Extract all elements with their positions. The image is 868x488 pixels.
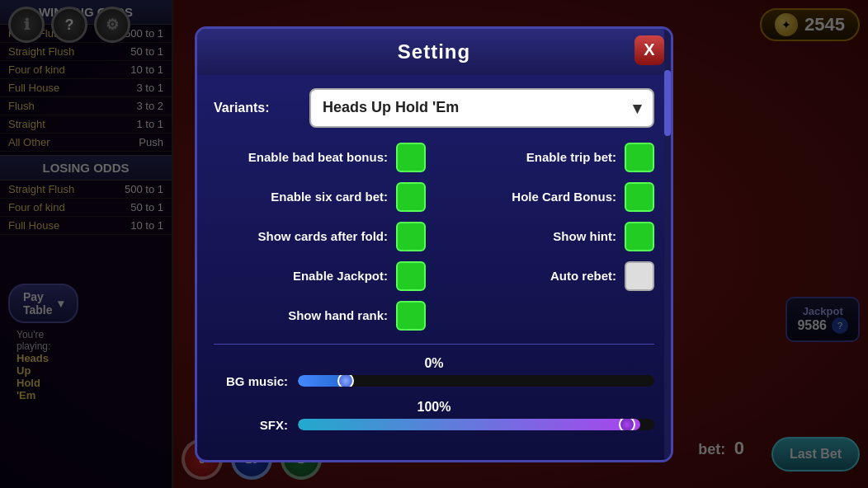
toggle-jackpot[interactable] <box>396 261 426 291</box>
settings-grid: Enable bad beat bonus: Enable trip bet: … <box>214 143 654 331</box>
setting-auto-rebet: Auto rebet: <box>442 261 654 291</box>
sfx-slider[interactable] <box>298 419 654 430</box>
sfx-control: SFX: <box>214 418 654 432</box>
sfx-fill <box>298 419 640 430</box>
setting-label: Enable trip bet: <box>526 150 616 164</box>
sfx-pct: 100% <box>214 400 654 415</box>
modal-body: Variants: Heads Up Hold 'Em ▾ Enable bad… <box>197 75 671 460</box>
chevron-down-icon: ▾ <box>633 98 641 118</box>
variant-row: Variants: Heads Up Hold 'Em ▾ <box>214 88 654 128</box>
modal-title: Setting <box>398 40 470 63</box>
setting-show-hint: Show hint: <box>442 222 654 251</box>
setting-label: Enable Jackpot: <box>293 269 388 283</box>
toggle-auto-rebet[interactable] <box>625 261 654 291</box>
bg-music-label: BG music: <box>214 374 288 388</box>
bg-music-thumb[interactable] <box>337 375 354 387</box>
modal-divider <box>214 344 654 345</box>
setting-label: Show hand rank: <box>288 308 388 322</box>
bg-music-row: 0% BG music: <box>214 356 654 388</box>
modal-header: Setting <box>197 29 671 75</box>
modal-scrollbar[interactable] <box>664 29 671 460</box>
modal-close-button[interactable]: X <box>634 35 664 65</box>
setting-label: Show hint: <box>553 229 616 243</box>
setting-label: Hole Card Bonus: <box>512 190 616 204</box>
variant-value: Heads Up Hold 'Em <box>323 99 459 116</box>
toggle-six-card[interactable] <box>396 182 426 212</box>
setting-hand-rank: Show hand rank: <box>214 301 426 331</box>
setting-label: Auto rebet: <box>550 269 616 283</box>
setting-trip-bet: Enable trip bet: <box>442 143 654 172</box>
toggle-hole-card[interactable] <box>625 182 654 212</box>
sfx-thumb[interactable] <box>619 419 635 430</box>
setting-six-card: Enable six card bet: <box>214 182 426 212</box>
toggle-trip-bet[interactable] <box>625 143 654 172</box>
setting-label: Enable bad beat bonus: <box>248 150 388 164</box>
audio-section: 0% BG music: 100% SFX: <box>214 353 654 447</box>
toggle-show-cards[interactable] <box>396 222 426 251</box>
toggle-show-hint[interactable] <box>625 222 654 251</box>
bg-music-control: BG music: <box>214 374 654 388</box>
settings-modal: Setting X Variants: Heads Up Hold 'Em ▾ … <box>195 26 673 462</box>
setting-hole-card: Hole Card Bonus: <box>442 182 654 212</box>
toggle-hand-rank[interactable] <box>396 301 426 331</box>
setting-jackpot: Enable Jackpot: <box>214 261 426 291</box>
bg-music-slider[interactable] <box>298 375 654 387</box>
toggle-bad-beat[interactable] <box>396 143 426 172</box>
sfx-label: SFX: <box>214 418 288 432</box>
setting-label: Show cards after fold: <box>257 229 388 243</box>
sfx-row: 100% SFX: <box>214 400 654 432</box>
setting-show-cards: Show cards after fold: <box>214 222 426 251</box>
variant-label: Variants: <box>214 101 296 115</box>
modal-overlay: Setting X Variants: Heads Up Hold 'Em ▾ … <box>0 0 868 488</box>
setting-bad-beat: Enable bad beat bonus: <box>214 143 426 172</box>
bg-music-pct: 0% <box>214 356 654 371</box>
setting-label: Enable six card bet: <box>271 190 388 204</box>
scrollbar-thumb[interactable] <box>664 70 671 136</box>
variant-select[interactable]: Heads Up Hold 'Em ▾ <box>309 88 654 128</box>
